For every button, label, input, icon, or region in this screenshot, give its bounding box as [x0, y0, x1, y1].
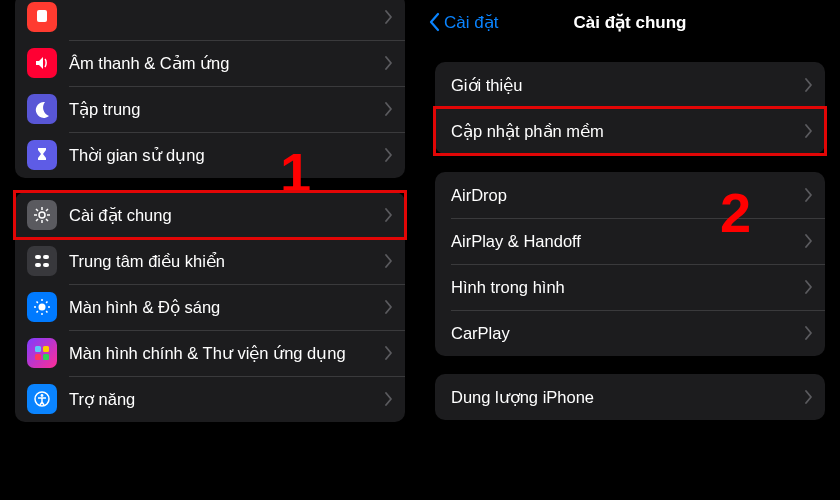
chevron-right-icon: [385, 346, 393, 360]
apps-icon: [27, 338, 57, 368]
chevron-right-icon: [385, 208, 393, 222]
row-label: CarPlay: [447, 319, 805, 348]
general-group-storage: Dung lượng iPhone: [435, 374, 825, 420]
chevron-left-icon: [428, 12, 442, 32]
row-label: Cài đặt chung: [69, 201, 385, 230]
row-label: Thời gian sử dụng: [69, 141, 385, 170]
right2-row-3[interactable]: CarPlay: [435, 310, 825, 356]
gear-icon: [27, 200, 57, 230]
sound-icon: [27, 48, 57, 78]
settings-left-pane: Âm thanh & Cảm ứngTập trungThời gian sử …: [0, 0, 420, 500]
chevron-right-icon: [805, 390, 813, 404]
right3-row-0[interactable]: Dung lượng iPhone: [435, 374, 825, 420]
settings-group-2: Cài đặt chungTrung tâm điều khiểnMàn hìn…: [15, 192, 405, 422]
row-label: Cập nhật phần mềm: [447, 117, 805, 146]
left1-row-2[interactable]: Tập trung: [15, 86, 405, 132]
nav-header: Cài đặt Cài đặt chung: [420, 0, 840, 44]
chevron-right-icon: [385, 102, 393, 116]
right2-row-0[interactable]: AirDrop: [435, 172, 825, 218]
row-label: Trung tâm điều khiển: [69, 247, 385, 276]
chevron-right-icon: [805, 280, 813, 294]
row-label: Màn hình & Độ sáng: [69, 293, 385, 322]
left2-row-1[interactable]: Trung tâm điều khiển: [15, 238, 405, 284]
row-label: Tập trung: [69, 95, 385, 124]
left2-row-0[interactable]: Cài đặt chung: [15, 192, 405, 238]
brightness-icon: [27, 292, 57, 322]
moon-icon: [27, 94, 57, 124]
left2-row-2[interactable]: Màn hình & Độ sáng: [15, 284, 405, 330]
left2-row-3[interactable]: Màn hình chính & Thư viện ứng dụng: [15, 330, 405, 376]
row-label: AirPlay & Handoff: [447, 227, 805, 256]
row-label: AirDrop: [447, 181, 805, 210]
general-settings-pane: Cài đặt Cài đặt chung Giới thiệuCập nhật…: [420, 0, 840, 500]
back-label: Cài đặt: [444, 12, 498, 33]
general-group-air: AirDropAirPlay & HandoffHình trong hìnhC…: [435, 172, 825, 356]
access-icon: [27, 384, 57, 414]
settings-group-1: Âm thanh & Cảm ứngTập trungThời gian sử …: [15, 0, 405, 178]
chevron-right-icon: [805, 78, 813, 92]
chevron-right-icon: [805, 234, 813, 248]
chevron-right-icon: [385, 56, 393, 70]
controls-icon: [27, 246, 57, 276]
row-label: [69, 13, 385, 21]
chevron-right-icon: [385, 392, 393, 406]
general-group-about: Giới thiệuCập nhật phần mềm: [435, 62, 825, 154]
notification-icon: [27, 2, 57, 32]
row-label: Trợ năng: [69, 385, 385, 414]
left1-row-3[interactable]: Thời gian sử dụng: [15, 132, 405, 178]
right1-row-1[interactable]: Cập nhật phần mềm: [435, 108, 825, 154]
chevron-right-icon: [385, 254, 393, 268]
chevron-right-icon: [805, 124, 813, 138]
left2-row-4[interactable]: Trợ năng: [15, 376, 405, 422]
right1-row-0[interactable]: Giới thiệu: [435, 62, 825, 108]
chevron-right-icon: [385, 300, 393, 314]
back-button[interactable]: Cài đặt: [428, 12, 498, 33]
hourglass-icon: [27, 140, 57, 170]
left1-row-1[interactable]: Âm thanh & Cảm ứng: [15, 40, 405, 86]
row-label: Hình trong hình: [447, 273, 805, 302]
chevron-right-icon: [385, 10, 393, 24]
right2-row-1[interactable]: AirPlay & Handoff: [435, 218, 825, 264]
row-label: Màn hình chính & Thư viện ứng dụng: [69, 339, 385, 368]
chevron-right-icon: [805, 326, 813, 340]
page-title: Cài đặt chung: [574, 12, 687, 33]
row-label: Dung lượng iPhone: [447, 383, 805, 412]
chevron-right-icon: [385, 148, 393, 162]
row-label: Giới thiệu: [447, 71, 805, 100]
right2-row-2[interactable]: Hình trong hình: [435, 264, 825, 310]
left1-row-0[interactable]: [15, 0, 405, 40]
chevron-right-icon: [805, 188, 813, 202]
row-label: Âm thanh & Cảm ứng: [69, 49, 385, 78]
